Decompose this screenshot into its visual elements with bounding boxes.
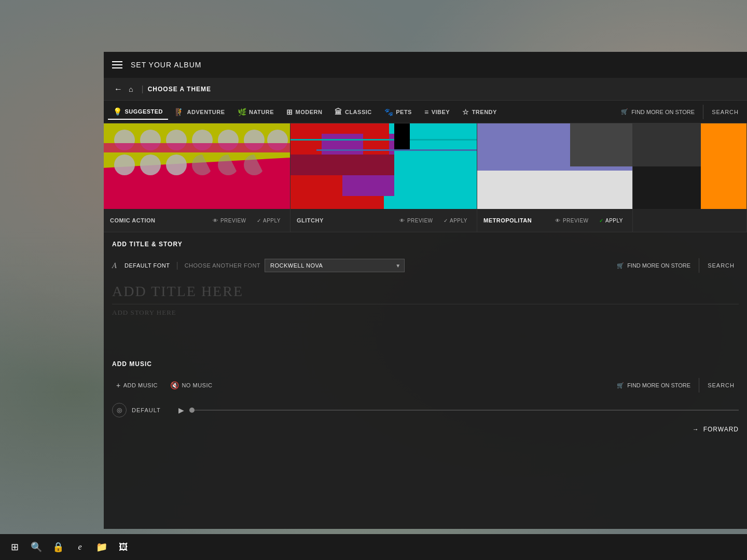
font-select[interactable]: ROCKWELL NOVA ARIAL TIMES NEW ROMAN	[265, 259, 405, 272]
music-progress-bar[interactable]	[189, 410, 739, 411]
preview-icon-comic: 👁	[213, 218, 218, 223]
progress-dot	[189, 408, 195, 413]
taskbar-photos-icon[interactable]: 🖼	[115, 539, 132, 555]
theme-card-fourth	[633, 123, 747, 232]
theme-footer-glitchy: GLITCHY 👁 PREVIEW ✓ APPLY	[290, 209, 477, 232]
theme-store-label: FIND MORE ON STORE	[631, 109, 695, 115]
music-disc-icon: ◎	[112, 403, 127, 417]
music-nav-divider	[699, 378, 699, 393]
theme-apply-comic[interactable]: ✓ APPLY	[254, 217, 284, 225]
text-area-section	[104, 279, 747, 352]
theme-preview-glitchy[interactable]: 👁 PREVIEW	[396, 217, 436, 225]
comic-strip	[104, 143, 290, 152]
theme-footer-metro: METROPOLITAN 👁 PREVIEW ✓ APPLY	[477, 209, 632, 232]
theme-store-button[interactable]: 🛒 FIND MORE ON STORE	[617, 106, 699, 117]
theme-nav-vibey[interactable]: ≡ VIBEY	[419, 105, 455, 119]
no-music-button[interactable]: 🔇 NO MUSIC	[166, 379, 217, 391]
metro-light-bottom	[477, 171, 632, 209]
album-story-input[interactable]	[112, 304, 739, 346]
font-right: 🛒 FIND MORE ON STORE SEARCH	[613, 258, 739, 273]
vibey-icon: ≡	[424, 108, 429, 116]
theme-nav-adventure[interactable]: 🧗 ADVENTURE	[170, 105, 230, 119]
nature-icon: 🌿	[238, 108, 247, 116]
apply-icon-metro: ✓	[599, 218, 604, 223]
comic-dot-10	[166, 155, 187, 175]
theme-nav-trendy[interactable]: ☆ TRENDY	[457, 105, 502, 119]
taskbar-search-button[interactable]: 🔍	[28, 539, 45, 555]
font-bar: 𝐴 DEFAULT FONT | CHOOSE ANOTHER FONT ROC…	[104, 258, 747, 279]
comic-dot-8	[114, 155, 135, 175]
font-nav-divider	[699, 258, 699, 273]
theme-nav-modern[interactable]: ⊞ MODERN	[281, 105, 327, 119]
forward-button[interactable]: → FORWARD	[693, 426, 739, 433]
theme-nav-modern-label: MODERN	[296, 109, 323, 115]
play-button[interactable]: ▶	[178, 406, 184, 414]
default-font-label: DEFAULT FONT	[125, 262, 170, 269]
theme-preview-comic[interactable]: 👁 PREVIEW	[210, 217, 249, 225]
theme-preview-metro[interactable]: 👁 PREVIEW	[552, 217, 591, 225]
adventure-icon: 🧗	[175, 108, 185, 116]
no-music-label: NO MUSIC	[182, 382, 212, 388]
taskbar-start-button[interactable]: ⊞	[6, 539, 23, 555]
theme-nav-trendy-label: TRENDY	[472, 109, 497, 115]
music-store-button[interactable]: 🛒 FIND MORE ON STORE	[613, 380, 695, 391]
font-store-icon: 🛒	[617, 262, 624, 269]
glitch-line-2	[316, 149, 477, 151]
pets-icon: 🐾	[384, 108, 394, 116]
nav-bar: ← ⌂ | CHOOSE A THEME	[104, 78, 747, 101]
theme-nav-nature[interactable]: 🌿 NATURE	[232, 105, 280, 119]
music-store-label: FIND MORE ON STORE	[627, 382, 690, 388]
fourth-top-left	[633, 123, 701, 166]
nav-separator: |	[141, 85, 143, 94]
theme-thumbnail-comic[interactable]	[104, 123, 290, 209]
title-bar: SET YOUR ALBUM	[104, 52, 747, 78]
choose-font-option[interactable]: CHOOSE ANOTHER FONT	[181, 260, 265, 271]
classic-icon: 🏛	[335, 108, 342, 116]
theme-nav-adventure-label: ADVENTURE	[187, 109, 225, 115]
apply-icon-comic: ✓	[257, 218, 261, 223]
theme-card-comic: COMIC ACTION 👁 PREVIEW ✓ APPLY	[104, 123, 290, 232]
font-store-button[interactable]: 🛒 FIND MORE ON STORE	[613, 260, 695, 271]
glitch-black	[394, 123, 410, 149]
album-title-input[interactable]	[112, 279, 739, 304]
theme-nav-suggested[interactable]: 💡 SUGGESTED	[108, 104, 168, 120]
theme-apply-glitchy[interactable]: ✓ APPLY	[440, 217, 471, 225]
trendy-icon: ☆	[462, 108, 469, 116]
theme-thumbnail-metro[interactable]	[477, 123, 632, 209]
hamburger-menu[interactable]	[112, 61, 122, 68]
theme-thumbnail-fourth[interactable]	[633, 123, 746, 209]
back-button[interactable]: ←	[112, 82, 125, 96]
music-bar: + ADD MUSIC 🔇 NO MUSIC 🛒 FIND MORE ON ST…	[112, 378, 739, 399]
music-heading: ADD MUSIC	[112, 360, 739, 368]
theme-nav-nature-label: NATURE	[249, 109, 274, 115]
add-music-button[interactable]: + ADD MUSIC	[112, 379, 162, 391]
font-select-wrapper: ROCKWELL NOVA ARIAL TIMES NEW ROMAN ▼	[265, 259, 405, 272]
fourth-bot-left	[633, 166, 701, 209]
glitch-line-1	[290, 139, 477, 141]
music-section-header: ADD MUSIC	[104, 352, 747, 378]
suggested-icon: 💡	[113, 107, 122, 116]
font-search-button[interactable]: SEARCH	[703, 260, 739, 271]
home-button[interactable]: ⌂	[129, 85, 133, 93]
theme-nav-vibey-label: VIBEY	[432, 109, 450, 115]
theme-search-button[interactable]: SEARCH	[708, 107, 743, 117]
title-story-section: ADD TITLE & STORY	[104, 232, 747, 258]
theme-card-glitchy: GLITCHY 👁 PREVIEW ✓ APPLY	[290, 123, 477, 232]
music-search-button[interactable]: SEARCH	[703, 380, 739, 390]
apply-icon-glitchy: ✓	[444, 218, 448, 223]
theme-nav-suggested-label: SUGGESTED	[125, 108, 163, 115]
forward-bar: → FORWARD	[104, 422, 747, 437]
theme-nav-pets[interactable]: 🐾 PETS	[379, 105, 417, 119]
theme-apply-metro[interactable]: ✓ APPLY	[596, 217, 627, 225]
font-icon: 𝐴	[112, 261, 117, 270]
music-track-label: DEFAULT	[132, 407, 173, 413]
taskbar-files-icon[interactable]: 📁	[93, 539, 110, 555]
theme-nav-classic[interactable]: 🏛 CLASSIC	[329, 105, 377, 119]
default-font-option[interactable]: DEFAULT FONT	[120, 260, 174, 271]
add-music-label: ADD MUSIC	[123, 382, 158, 388]
theme-card-metro: METROPOLITAN 👁 PREVIEW ✓ APPLY	[477, 123, 633, 232]
taskbar-lock-icon[interactable]: 🔒	[50, 539, 66, 555]
theme-thumbnail-glitchy[interactable]	[290, 123, 477, 209]
no-music-icon: 🔇	[170, 381, 179, 389]
taskbar-edge-icon[interactable]: e	[72, 539, 88, 555]
